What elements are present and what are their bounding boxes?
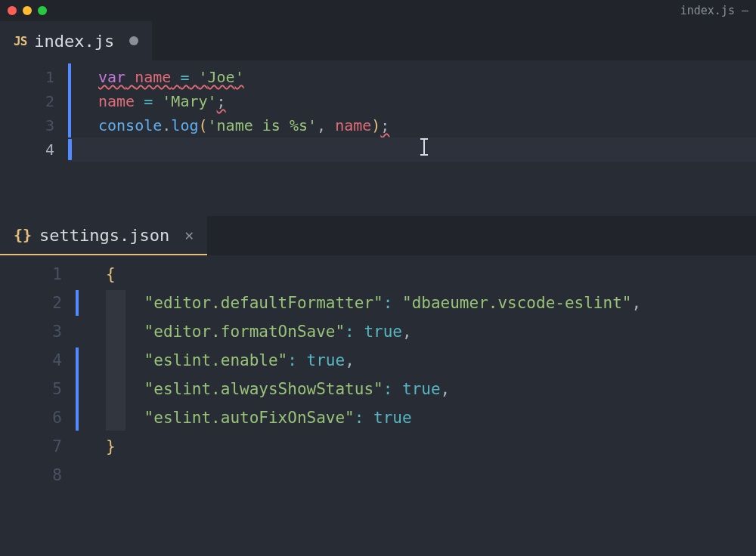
line-number: 1 [0,260,62,289]
code-line[interactable]: "eslint.enable": true, [76,346,756,375]
line-number: 5 [0,375,62,403]
tab-bar-top: JS index.js [0,21,756,60]
code-editor-indexjs[interactable]: 1 2 3 4 var name = 'Joe' name = 'Mary'; … [0,60,756,216]
dirty-indicator-icon [129,36,138,45]
code-line[interactable] [76,461,756,490]
line-number: 8 [0,461,62,490]
line-number: 1 [0,65,54,89]
close-tab-icon[interactable]: ✕ [184,226,194,244]
window-title: index.js — [680,4,748,17]
line-number: 3 [0,317,62,346]
editor-pane-settingsjson: {} settings.json ✕ 1 2 3 4 5 6 7 8 { "ed… [0,216,756,490]
line-number: 6 [0,403,62,432]
js-file-icon: JS [14,34,26,48]
code-line[interactable]: "editor.defaultFormatter": "dbaeumer.vsc… [76,289,756,317]
code-line[interactable]: { [76,260,756,289]
code-line[interactable]: "eslint.alwaysShowStatus": true, [76,375,756,403]
code-line[interactable]: console.log('name is %s', name); [68,113,756,137]
code-line[interactable]: var name = 'Joe' [68,65,756,89]
minimize-window-button[interactable] [23,6,32,15]
code-line[interactable]: name = 'Mary'; [68,89,756,113]
code-line[interactable]: "eslint.autoFixOnSave": true [76,403,756,432]
code-content[interactable]: { "editor.defaultFormatter": "dbaeumer.v… [76,255,756,490]
line-number: 7 [0,432,62,461]
line-number: 2 [0,89,54,113]
line-number: 2 [0,289,62,317]
code-line-current[interactable] [68,137,756,162]
line-number: 3 [0,113,54,137]
window-titlebar: index.js — [0,0,756,21]
line-gutter: 1 2 3 4 [0,60,68,216]
code-line[interactable]: "editor.formatOnSave": true, [76,317,756,346]
line-number: 4 [0,346,62,375]
tab-label: index.js [34,32,114,51]
editor-pane-indexjs: JS index.js 1 2 3 4 var name = 'Joe' nam… [0,21,756,216]
line-number: 4 [0,137,54,162]
line-gutter: 1 2 3 4 5 6 7 8 [0,255,76,490]
insertion-cursor [68,139,72,160]
json-file-icon: {} [14,226,32,244]
code-content[interactable]: var name = 'Joe' name = 'Mary'; console.… [68,60,756,216]
tab-label: settings.json [39,226,169,245]
code-line[interactable]: } [76,432,756,461]
tab-indexjs[interactable]: JS index.js [0,21,152,60]
code-editor-settingsjson[interactable]: 1 2 3 4 5 6 7 8 { "editor.defaultFormatt… [0,255,756,490]
tab-bar-bottom: {} settings.json ✕ [0,216,756,255]
maximize-window-button[interactable] [38,6,47,15]
close-window-button[interactable] [8,6,17,15]
tab-settingsjson[interactable]: {} settings.json ✕ [0,216,207,255]
traffic-lights [8,6,47,15]
